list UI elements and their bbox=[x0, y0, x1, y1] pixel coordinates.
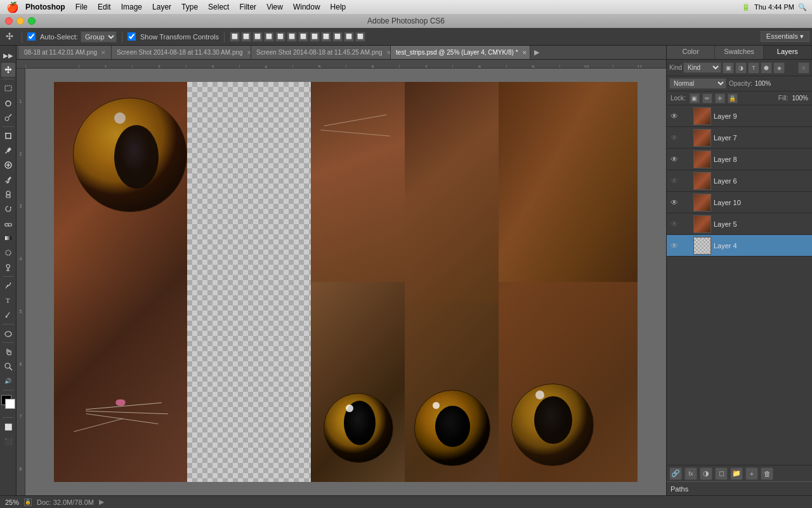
filter-type-icon[interactable]: T bbox=[748, 62, 759, 74]
tab-close-1[interactable]: ✕ bbox=[247, 50, 252, 56]
filter-toggle[interactable]: ○ bbox=[798, 62, 809, 74]
canvas-area[interactable] bbox=[25, 69, 666, 495]
lasso-tool[interactable] bbox=[1, 96, 15, 110]
layer-row-8[interactable]: 👁 Layer 8 bbox=[667, 149, 812, 170]
menu-select[interactable]: Select bbox=[203, 0, 234, 14]
tab-close-2[interactable]: ✕ bbox=[386, 50, 391, 56]
align-top-btn[interactable]: ⬜ bbox=[264, 32, 274, 42]
zoom-tool[interactable] bbox=[1, 359, 15, 373]
lock-all-btn[interactable]: 🔒 bbox=[728, 93, 738, 104]
heal-tool[interactable] bbox=[1, 158, 15, 172]
layer-visibility-9[interactable]: 👁 bbox=[669, 111, 679, 121]
hand-tool[interactable] bbox=[1, 345, 15, 359]
lock-position-btn[interactable]: ✏ bbox=[702, 93, 712, 104]
lock-move-btn[interactable]: ✛ bbox=[715, 93, 725, 104]
zoom-level[interactable]: 25% bbox=[5, 498, 19, 506]
menu-window[interactable]: Window bbox=[288, 0, 325, 14]
auto-select-dropdown[interactable]: Group bbox=[81, 31, 117, 43]
marquee-tool[interactable] bbox=[1, 81, 15, 95]
opacity-value[interactable]: 100% bbox=[755, 80, 771, 87]
fill-value[interactable]: 100% bbox=[792, 95, 808, 102]
maximize-button[interactable] bbox=[28, 17, 36, 25]
align-bottom-btn[interactable]: ⬜ bbox=[287, 32, 297, 42]
auto-select-checkbox[interactable] bbox=[27, 32, 36, 41]
menu-edit[interactable]: Edit bbox=[93, 0, 116, 14]
show-transform-label[interactable]: Show Transform Controls bbox=[140, 33, 219, 41]
filter-pixel-icon[interactable]: ▣ bbox=[723, 62, 734, 74]
dodge-tool[interactable] bbox=[1, 260, 15, 274]
search-icon[interactable]: 🔍 bbox=[798, 3, 807, 11]
dist-4-btn[interactable]: ⬜ bbox=[332, 32, 343, 42]
layer-adjustment-btn[interactable]: ◻ bbox=[715, 467, 728, 480]
layer-visibility-5[interactable]: 👁 bbox=[669, 219, 679, 229]
layer-visibility-7[interactable]: 👁 bbox=[669, 133, 679, 143]
status-arrow[interactable]: ▶ bbox=[99, 498, 104, 506]
tab-color[interactable]: Color bbox=[667, 46, 715, 59]
type-tool[interactable]: T bbox=[1, 293, 15, 307]
blend-mode-select[interactable]: Normal bbox=[669, 78, 726, 89]
layer-visibility-8[interactable]: 👁 bbox=[669, 154, 679, 164]
layer-row-10[interactable]: 👁 Layer 10 bbox=[667, 192, 812, 213]
close-button[interactable] bbox=[5, 17, 13, 25]
layer-visibility-6[interactable]: 👁 bbox=[669, 176, 679, 186]
brush-tool[interactable] bbox=[1, 173, 15, 187]
tab-close-3[interactable]: ✕ bbox=[522, 50, 527, 56]
align-right-btn[interactable]: ⬜ bbox=[252, 32, 263, 42]
dist-h-btn[interactable]: ⬜ bbox=[298, 32, 308, 42]
tab-3[interactable]: test_strips.psd @ 25% (Layer 4, CMYK/8) … bbox=[391, 46, 530, 59]
more-tabs-button[interactable]: ▶ bbox=[530, 46, 543, 59]
crop-tool[interactable] bbox=[1, 129, 15, 143]
layer-row-9[interactable]: 👁 Layer 9 bbox=[667, 105, 812, 127]
move-tool[interactable] bbox=[1, 63, 15, 77]
shape-tool[interactable] bbox=[1, 326, 15, 340]
stamp-tool[interactable] bbox=[1, 187, 15, 201]
gradient-tool[interactable] bbox=[1, 231, 15, 245]
apple-menu[interactable]: 🍎 bbox=[0, 1, 25, 13]
show-transform-checkbox[interactable] bbox=[128, 32, 136, 41]
menu-layer[interactable]: Layer bbox=[147, 0, 176, 14]
lock-pixels-btn[interactable]: ▣ bbox=[690, 93, 700, 104]
workspace-selector[interactable]: Essentials ▾ bbox=[761, 31, 809, 42]
align-left-btn[interactable]: ⬜ bbox=[230, 32, 240, 42]
history-brush-tool[interactable] bbox=[1, 202, 15, 216]
dist-3-btn[interactable]: ⬜ bbox=[321, 32, 331, 42]
dist-5-btn[interactable]: ⬜ bbox=[344, 32, 354, 42]
filter-shape-icon[interactable]: ⬟ bbox=[761, 62, 772, 74]
menu-view[interactable]: View bbox=[261, 0, 288, 14]
layer-row-5[interactable]: 👁 Layer 5 bbox=[667, 213, 812, 235]
filter-kind-select[interactable]: Kind bbox=[683, 62, 721, 73]
layer-new-btn[interactable]: + bbox=[745, 467, 758, 480]
filter-smart-icon[interactable]: ◈ bbox=[773, 62, 785, 74]
menu-file[interactable]: File bbox=[70, 0, 93, 14]
layer-visibility-10[interactable]: 👁 bbox=[669, 197, 679, 208]
align-middle-btn[interactable]: ⬜ bbox=[275, 32, 285, 42]
quick-select-tool[interactable] bbox=[1, 110, 15, 124]
layer-fx-btn[interactable]: fx bbox=[684, 467, 697, 480]
background-color[interactable] bbox=[5, 399, 15, 409]
eraser-tool[interactable] bbox=[1, 217, 15, 231]
color-swatch[interactable] bbox=[1, 395, 15, 409]
eyedropper-tool[interactable] bbox=[1, 144, 15, 157]
menu-type[interactable]: Type bbox=[176, 0, 203, 14]
menu-help[interactable]: Help bbox=[325, 0, 351, 14]
minimize-button[interactable] bbox=[16, 17, 24, 25]
dist-v-btn[interactable]: ⬜ bbox=[310, 32, 320, 42]
tab-layers[interactable]: Layers bbox=[764, 46, 812, 59]
tab-1[interactable]: Screen Shot 2014-08-18 at 11.43.30 AM.pn… bbox=[112, 46, 251, 59]
screen-mode-btn[interactable]: ⬜ bbox=[1, 420, 15, 434]
tab-swatches[interactable]: Swatches bbox=[715, 46, 763, 59]
layer-delete-btn[interactable]: 🗑 bbox=[761, 467, 773, 480]
blur-tool[interactable] bbox=[1, 246, 15, 260]
pen-tool[interactable] bbox=[1, 279, 15, 293]
layer-visibility-4[interactable]: 👁 bbox=[669, 241, 679, 251]
expand-toolbar[interactable]: ▶▶ bbox=[1, 48, 15, 62]
filter-adjustment-icon[interactable]: ◑ bbox=[735, 62, 747, 74]
menu-image[interactable]: Image bbox=[116, 0, 147, 14]
tag-tool[interactable]: 🔊 bbox=[1, 374, 15, 388]
tab-close-0[interactable]: ✕ bbox=[101, 50, 106, 56]
tab-2[interactable]: Screen Shot 2014-08-18 at 11.45.25 AM.pn… bbox=[251, 46, 391, 59]
layer-row-7[interactable]: 👁 Layer 7 bbox=[667, 127, 812, 149]
layer-row-4[interactable]: 👁 Layer 4 bbox=[667, 235, 812, 257]
path-select-tool[interactable] bbox=[1, 308, 15, 322]
auto-select-label[interactable]: Auto-Select: bbox=[40, 33, 78, 41]
